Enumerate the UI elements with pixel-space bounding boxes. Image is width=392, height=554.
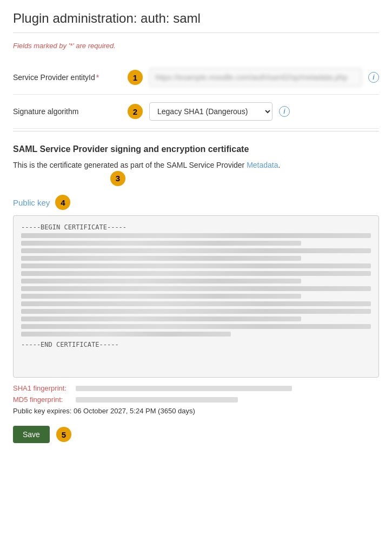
cert-begin: -----BEGIN CERTIFICATE-----	[21, 223, 371, 231]
sha1-label: SHA1 fingerprint:	[13, 384, 72, 392]
cert-line-2	[21, 241, 301, 246]
cert-line-8	[21, 286, 371, 291]
field-row-entityid: Service Provider entityId* 1 i	[13, 61, 379, 95]
md5-fingerprint-row: MD5 fingerprint:	[13, 395, 379, 404]
field-row-signature: Signature algorithm 2 Legacy SHA1 (Dange…	[13, 95, 379, 129]
sha1-fingerprint-row: SHA1 fingerprint:	[13, 384, 379, 392]
step-badge-4: 4	[55, 195, 70, 210]
step-badge-3: 3	[110, 171, 125, 186]
cert-line-9	[21, 294, 301, 299]
certificate-box: -----BEGIN CERTIFICATE----- -----END CER…	[13, 215, 379, 378]
cert-line-6	[21, 271, 371, 276]
cert-line-3	[21, 248, 371, 253]
cert-line-4	[21, 256, 301, 261]
md5-value	[76, 397, 238, 403]
field-label-signature: Signature algorithm	[13, 107, 121, 116]
page-title: Plugin administration: auth: saml	[13, 11, 379, 33]
entityid-info-icon[interactable]: i	[368, 72, 379, 83]
md5-label: MD5 fingerprint:	[13, 395, 72, 404]
save-row: Save 5	[13, 426, 379, 443]
public-key-label: Public key	[13, 198, 50, 207]
field-label-entityid: Service Provider entityId*	[13, 73, 121, 82]
signature-info-icon[interactable]: i	[279, 106, 290, 117]
expires-label: Public key expires:	[13, 407, 71, 415]
cert-line-11	[21, 309, 371, 314]
cert-line-1	[21, 233, 371, 238]
certificate-section-desc: This is the certificate generated as par…	[13, 160, 379, 186]
cert-line-13	[21, 324, 371, 329]
cert-line-14	[21, 332, 231, 337]
cert-line-7	[21, 279, 301, 283]
step-badge-5: 5	[56, 427, 71, 442]
save-button[interactable]: Save	[13, 426, 50, 443]
cert-line-12	[21, 316, 301, 321]
required-note: Fields marked by '*' are required.	[13, 42, 379, 50]
cert-end: -----END CERTIFICATE-----	[21, 341, 371, 348]
cert-line-5	[21, 263, 371, 268]
sha1-value	[76, 386, 292, 391]
public-key-row: Public key 4	[13, 195, 379, 210]
expires-value: 06 October 2027, 5:24 PM (3650 days)	[74, 407, 195, 415]
expires-row: Public key expires: 06 October 2027, 5:2…	[13, 407, 379, 415]
signature-algorithm-select[interactable]: Legacy SHA1 (Dangerous) SHA256 SHA384 SH…	[149, 102, 273, 121]
metadata-link[interactable]: Metadata	[247, 161, 278, 169]
section-divider	[13, 131, 379, 131]
cert-line-10	[21, 301, 371, 306]
step-badge-1: 1	[128, 70, 143, 85]
entityid-input[interactable]	[149, 68, 362, 87]
certificate-section-title: SAML Service Provider signing and encryp…	[13, 144, 379, 154]
step-badge-2: 2	[128, 104, 143, 119]
